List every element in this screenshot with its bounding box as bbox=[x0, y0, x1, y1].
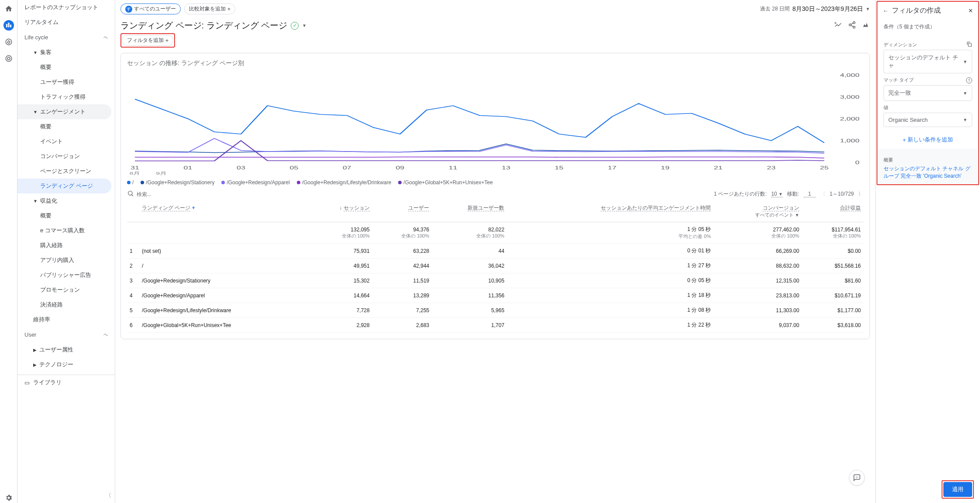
match-type-label: マッチ タイプ bbox=[884, 77, 914, 83]
nav-acq-traffic[interactable]: トラフィック獲得 bbox=[17, 90, 115, 104]
nav-library[interactable]: ▭ライブラリ bbox=[17, 375, 115, 390]
value-select[interactable]: Organic Search▼ bbox=[884, 113, 972, 127]
nav-acq-user[interactable]: ユーザー獲得 bbox=[17, 75, 115, 90]
feedback-icon[interactable] bbox=[849, 470, 865, 486]
svg-point-4 bbox=[849, 24, 851, 26]
collapse-sidebar-icon[interactable]: 〈 bbox=[106, 492, 111, 500]
nav-eng-landing[interactable]: ランディング ページ bbox=[17, 179, 111, 193]
nav-mon-checkout[interactable]: 決済経路 bbox=[17, 297, 115, 312]
nav-section-lifecycle[interactable]: Life cycleヘ bbox=[17, 30, 115, 45]
chip-all-users[interactable]: すすべてのユーザー bbox=[120, 3, 181, 14]
table-search-input[interactable] bbox=[137, 191, 202, 197]
table-row[interactable]: 5/Google+Redesign/Lifestyle/Drinkware7,7… bbox=[127, 303, 863, 318]
nav-mon-promo[interactable]: プロモーション bbox=[17, 283, 115, 297]
nav-eng-pages[interactable]: ページとスクリーン bbox=[17, 164, 115, 179]
add-condition-button[interactable]: +新しい条件を追加 bbox=[877, 131, 978, 149]
chart-legend: //Google+Redesign/Stationery/Google+Rede… bbox=[127, 179, 863, 186]
customize-icon[interactable] bbox=[834, 21, 842, 30]
legend-item[interactable]: /Google+Global+5K+Run+Unisex+Tee bbox=[398, 179, 492, 186]
page-info: 1～10/729 bbox=[830, 190, 854, 198]
line-chart: 4,0003,0002,0001,00003101030507091113151… bbox=[127, 71, 863, 176]
condition-limit-text: 条件（5 個まで作成） bbox=[877, 20, 978, 34]
title-dropdown-icon[interactable]: ▼ bbox=[302, 23, 306, 28]
nav-eng-events[interactable]: イベント bbox=[17, 134, 115, 149]
svg-text:21: 21 bbox=[714, 165, 722, 170]
nav-acquisition[interactable]: ▼集客 bbox=[17, 45, 115, 60]
svg-text:2,000: 2,000 bbox=[840, 117, 860, 121]
goto-input[interactable]: 1 bbox=[804, 191, 816, 197]
match-type-select[interactable]: 完全一致▼ bbox=[884, 85, 972, 101]
svg-point-3 bbox=[853, 22, 855, 24]
explore-icon[interactable] bbox=[3, 37, 14, 47]
nav-mon-overview[interactable]: 概要 bbox=[17, 208, 115, 223]
svg-text:8月: 8月 bbox=[129, 171, 140, 176]
home-icon[interactable] bbox=[3, 3, 14, 14]
add-filter-chip[interactable]: フィルタを追加+ bbox=[122, 35, 173, 46]
svg-point-29 bbox=[857, 477, 857, 477]
filter-panel: ← フィルタの作成 ✕ 条件（5 個まで作成） ディメンション セッションのデフ… bbox=[875, 0, 980, 503]
nav-snapshot[interactable]: レポートのスナップショット bbox=[17, 0, 115, 15]
legend-item[interactable]: /Google+Redesign/Apparel bbox=[221, 179, 289, 186]
nav-eng-conversions[interactable]: コンバージョン bbox=[17, 149, 115, 164]
dimension-label: ディメンション bbox=[884, 41, 917, 48]
table-row[interactable]: 6/Google+Global+5K+Run+Unisex+Tee2,9282,… bbox=[127, 318, 863, 333]
panel-title: フィルタの作成 bbox=[892, 6, 965, 15]
rows-per-page-select[interactable]: 10 ▼ bbox=[771, 191, 783, 197]
date-range-picker[interactable]: 過去 28 日間 8月30日～2023年9月26日 ▼ bbox=[760, 5, 870, 13]
nav-section-user[interactable]: Userヘ bbox=[17, 327, 115, 342]
copy-icon[interactable] bbox=[966, 41, 972, 48]
nav-mon-inapp[interactable]: アプリ内購入 bbox=[17, 253, 115, 268]
date-range-text: 8月30日～2023年9月26日 bbox=[792, 5, 863, 13]
nav-monetization[interactable]: ▼収益化 bbox=[17, 193, 115, 208]
legend-item[interactable]: /Google+Redesign/Lifestyle/Drinkware bbox=[297, 179, 391, 186]
reports-icon[interactable] bbox=[3, 20, 14, 31]
svg-text:1,000: 1,000 bbox=[840, 138, 860, 143]
legend-item[interactable]: / bbox=[127, 179, 134, 186]
share-icon[interactable] bbox=[848, 21, 856, 30]
nav-mon-ecom[interactable]: e コマース購入数 bbox=[17, 223, 115, 238]
ads-icon[interactable] bbox=[3, 53, 14, 64]
summary-label: 概要 bbox=[884, 157, 972, 163]
help-icon[interactable]: ? bbox=[966, 77, 972, 83]
svg-text:03: 03 bbox=[237, 165, 245, 170]
panel-back-icon[interactable]: ← bbox=[883, 7, 888, 14]
nav-mon-publisher[interactable]: パブリッシャー広告 bbox=[17, 268, 115, 283]
search-icon bbox=[127, 190, 134, 198]
chart-title: セッション の推移: ランディング ページ別 bbox=[127, 59, 863, 67]
nav-user-attr[interactable]: ▶ユーザー属性 bbox=[17, 342, 115, 357]
svg-text:09: 09 bbox=[395, 165, 404, 170]
nav-user-tech[interactable]: ▶テクノロジー bbox=[17, 357, 115, 372]
nav-mon-purchase[interactable]: 購入経路 bbox=[17, 238, 115, 253]
settings-icon[interactable] bbox=[3, 493, 14, 503]
svg-text:07: 07 bbox=[343, 165, 351, 170]
page-next-icon[interactable]: 〉 bbox=[858, 190, 863, 198]
table-row[interactable]: 4/Google+Redesign/Apparel14,66413,28911,… bbox=[127, 288, 863, 303]
insights-icon[interactable] bbox=[862, 21, 870, 30]
svg-text:05: 05 bbox=[289, 165, 298, 170]
legend-item[interactable]: /Google+Redesign/Stationery bbox=[141, 179, 214, 186]
summary-text: セッションのデフォルト チャネル グループ 完全一致 'Organic Sear… bbox=[884, 165, 972, 180]
page-prev-icon[interactable]: 〈 bbox=[820, 190, 825, 198]
page-title: ランディング ページ: ランディング ページ bbox=[120, 20, 287, 31]
table-row[interactable]: 1(not set)75,93163,228440 分 01 秒66,269.0… bbox=[127, 244, 863, 258]
data-table: ランディング ページ +↓ セッションユーザー新規ユーザー数セッションあたりの平… bbox=[127, 201, 863, 333]
panel-close-icon[interactable]: ✕ bbox=[968, 7, 973, 14]
status-check-icon[interactable]: ✓ bbox=[291, 22, 299, 30]
chip-add-compare[interactable]: 比較対象を追加+ bbox=[184, 3, 235, 14]
dimension-select[interactable]: セッションのデフォルト チャ▼ bbox=[884, 50, 972, 73]
table-row[interactable]: 3/Google+Redesign/Stationery15,30211,519… bbox=[127, 273, 863, 288]
table-row[interactable]: 2/49,95142,94436,0421 分 27 秒88,632.00$51… bbox=[127, 258, 863, 273]
nav-acq-overview[interactable]: 概要 bbox=[17, 60, 115, 75]
apply-button[interactable]: 適用 bbox=[943, 482, 972, 497]
svg-text:4,000: 4,000 bbox=[840, 73, 860, 78]
date-prefix: 過去 28 日間 bbox=[760, 5, 790, 13]
svg-text:17: 17 bbox=[608, 165, 616, 170]
chart-card: セッション の推移: ランディング ページ別 4,0003,0002,0001,… bbox=[120, 53, 870, 339]
nav-engagement[interactable]: ▼エンゲージメント bbox=[17, 104, 111, 119]
add-dimension-icon[interactable]: + bbox=[192, 205, 195, 211]
nav-eng-overview[interactable]: 概要 bbox=[17, 119, 115, 134]
nav-realtime[interactable]: リアルタイム bbox=[17, 15, 115, 30]
svg-text:19: 19 bbox=[661, 165, 670, 170]
svg-text:01: 01 bbox=[183, 165, 192, 170]
nav-retention[interactable]: 維持率 bbox=[17, 312, 115, 327]
